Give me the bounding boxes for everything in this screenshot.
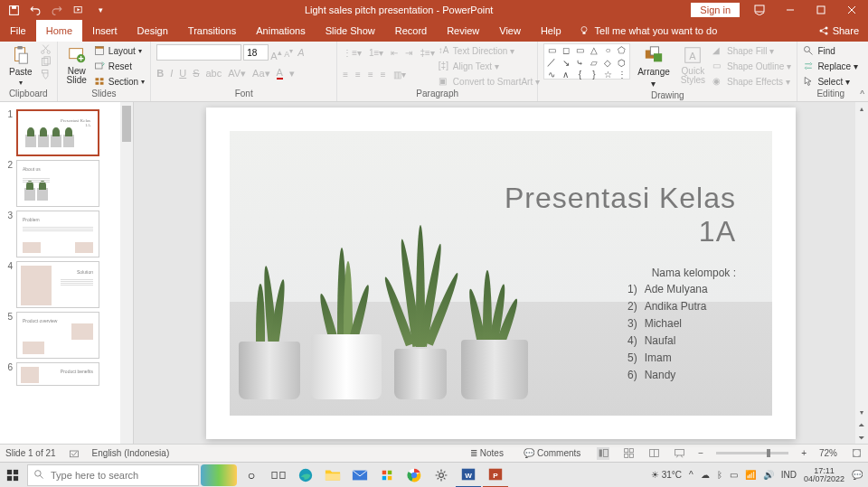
quick-styles-button[interactable]: A Quick Styles	[677, 43, 709, 87]
paste-button[interactable]: Paste ▾	[5, 43, 36, 89]
tab-file[interactable]: File	[0, 20, 36, 42]
language-indicator[interactable]: IND	[781, 470, 797, 480]
thumbnail-scrollbar[interactable]	[120, 102, 133, 444]
clock[interactable]: 17:11 04/07/2022	[804, 467, 844, 483]
slide-thumbnail-3[interactable]: Problem	[16, 211, 99, 258]
edge-icon[interactable]	[293, 463, 318, 488]
select-button[interactable]: Select▾	[803, 74, 858, 89]
slide-counter[interactable]: Slide 1 of 21	[5, 448, 56, 458]
dec-indent-button[interactable]: ⇤	[391, 48, 398, 58]
columns-button[interactable]: ▥▾	[393, 70, 406, 80]
section-button[interactable]: Section ▾	[94, 74, 145, 89]
align-right-button[interactable]: ≡	[368, 70, 373, 80]
next-slide-icon[interactable]: ⏷	[855, 431, 868, 444]
numbering-button[interactable]: 1≡▾	[369, 48, 383, 58]
normal-view-icon[interactable]	[597, 447, 609, 460]
settings-icon[interactable]	[429, 463, 454, 488]
undo-icon[interactable]	[29, 4, 42, 16]
line-spacing-button[interactable]: ‡≡▾	[420, 48, 434, 58]
collapse-ribbon-icon[interactable]: ^	[860, 89, 864, 99]
sorter-view-icon[interactable]	[622, 447, 635, 460]
fit-window-icon[interactable]	[850, 447, 863, 460]
layout-button[interactable]: Layout ▾	[94, 43, 145, 58]
maximize-button[interactable]	[810, 0, 832, 20]
share-button[interactable]: Share	[809, 20, 868, 42]
slide-thumbnail-2[interactable]: About us	[16, 160, 99, 207]
onedrive-icon[interactable]: ☁	[701, 470, 710, 480]
from-beginning-icon[interactable]	[72, 4, 85, 16]
tab-slideshow[interactable]: Slide Show	[316, 20, 385, 42]
slide[interactable]: Presentasi Kelas 1A Nama kelompok : 1)Ad…	[206, 108, 796, 439]
task-view-icon[interactable]	[266, 463, 291, 488]
clear-format-icon[interactable]: A	[297, 47, 309, 59]
format-painter-icon[interactable]	[40, 69, 52, 80]
bullets-button[interactable]: ⋮≡▾	[343, 48, 362, 58]
slide-thumbnail-4[interactable]: Solution	[16, 261, 99, 308]
vertical-scrollbar[interactable]: ▴ ▾ ⏶ ⏷	[855, 102, 868, 444]
notes-button[interactable]: ≣Notes	[467, 448, 507, 458]
underline-button[interactable]: U	[179, 68, 186, 79]
shapes-gallery[interactable]: ▭◻▭△○⬠ ／↘⤷▱◇⬡ ∿∧{}☆⋮	[543, 43, 630, 80]
shape-outline-button[interactable]: ▭Shape Outline▾	[712, 59, 791, 73]
slide-thumbnail-6[interactable]: Product benefits	[16, 362, 99, 386]
tab-record[interactable]: Record	[385, 20, 437, 42]
text-direction-button[interactable]: ↕AText Direction▾	[439, 43, 540, 58]
volume-icon[interactable]: 🔊	[763, 470, 774, 480]
minimize-button[interactable]	[779, 0, 801, 20]
replace-button[interactable]: Replace▾	[803, 59, 858, 73]
arrange-button[interactable]: Arrange▾	[634, 43, 674, 90]
shadow-button[interactable]: abc	[206, 68, 222, 79]
find-button[interactable]: Find	[803, 43, 858, 58]
convert-smartart-button[interactable]: ▣Convert to SmartArt▾	[439, 74, 540, 89]
scroll-up-icon[interactable]: ▴	[855, 102, 868, 115]
grow-font-icon[interactable]: A▴	[270, 47, 282, 59]
align-text-button[interactable]: [‡]Align Text▾	[439, 59, 540, 73]
bluetooth-icon[interactable]: ᛒ	[717, 470, 722, 480]
justify-button[interactable]: ≡	[381, 70, 386, 80]
reading-view-icon[interactable]	[647, 447, 660, 460]
powerpoint-icon[interactable]: P	[483, 463, 508, 488]
font-size-input[interactable]	[243, 44, 269, 61]
notifications-icon[interactable]: 💬	[852, 470, 863, 480]
word-icon[interactable]: W	[456, 463, 481, 488]
cortana-icon[interactable]: ○	[239, 463, 264, 488]
save-icon[interactable]	[7, 4, 20, 16]
signin-button[interactable]: Sign in	[691, 3, 740, 17]
redo-icon[interactable]	[51, 4, 63, 16]
italic-button[interactable]: I	[170, 68, 173, 79]
tab-insert[interactable]: Insert	[82, 20, 127, 42]
ribbon-display-icon[interactable]	[749, 0, 770, 20]
zoom-level[interactable]: 72%	[819, 448, 837, 458]
align-left-button[interactable]: ≡	[343, 70, 348, 80]
char-spacing-button[interactable]: AV▾	[228, 68, 246, 80]
taskbar-search[interactable]: Type here to search	[27, 464, 199, 486]
font-color-button[interactable]: A	[277, 67, 283, 80]
bold-button[interactable]: B	[156, 68, 164, 79]
zoom-in-button[interactable]: +	[801, 448, 807, 458]
tab-animations[interactable]: Animations	[246, 20, 315, 42]
font-name-input[interactable]	[156, 44, 241, 61]
tab-design[interactable]: Design	[127, 20, 178, 42]
spellcheck-icon[interactable]	[69, 448, 80, 459]
close-button[interactable]	[841, 0, 863, 20]
copy-icon[interactable]	[40, 56, 52, 68]
wifi-icon[interactable]: 📶	[745, 470, 756, 480]
chrome-icon[interactable]	[401, 463, 427, 488]
tab-transitions[interactable]: Transitions	[178, 20, 246, 42]
mail-icon[interactable]	[347, 463, 373, 488]
reset-button[interactable]: Reset	[94, 59, 145, 73]
cut-icon[interactable]	[40, 43, 52, 55]
tab-home[interactable]: Home	[36, 20, 82, 42]
taskbar-widget-icon[interactable]	[201, 464, 237, 486]
slideshow-view-icon[interactable]	[673, 447, 685, 460]
scroll-down-icon[interactable]: ▾	[855, 406, 868, 418]
zoom-out-button[interactable]: −	[698, 448, 703, 458]
tab-review[interactable]: Review	[437, 20, 489, 42]
shrink-font-icon[interactable]: A▾	[284, 47, 296, 59]
tell-me[interactable]: Tell me what you want to do	[571, 20, 725, 42]
store-icon[interactable]	[374, 463, 400, 488]
tray-chevron-icon[interactable]: ^	[689, 470, 693, 480]
qat-more-icon[interactable]: ▾	[94, 4, 107, 16]
shape-fill-button[interactable]: ◢Shape Fill▾	[712, 43, 791, 58]
slide-thumbnail-5[interactable]: Product overview	[16, 312, 99, 359]
